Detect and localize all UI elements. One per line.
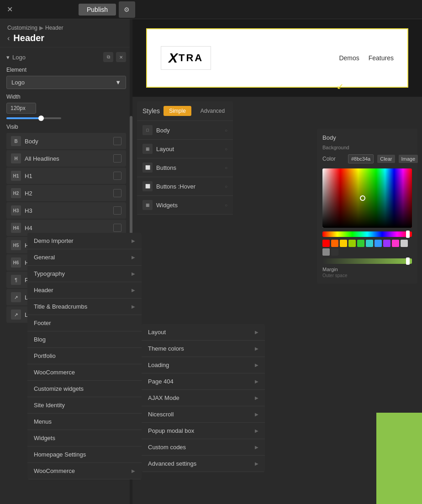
width-slider-thumb[interactable] — [38, 116, 44, 121]
dropdown-item-customize-widgets[interactable]: Customize widgets — [27, 381, 142, 397]
dropdown-item-blog[interactable]: Blog — [27, 331, 142, 348]
dropdown-item-footer[interactable]: Footer — [27, 315, 142, 331]
logo-close-button[interactable]: ✕ — [116, 52, 126, 62]
gradient-picker[interactable] — [322, 168, 412, 228]
back-arrow[interactable]: ‹ — [7, 34, 10, 42]
styles-tab-advanced[interactable]: Advanced — [195, 106, 230, 116]
dropdown-item-woocommerce[interactable]: WooCommerce — [27, 364, 142, 381]
color-swatch-5[interactable] — [366, 240, 373, 247]
dropdown-item-typography[interactable]: Typography ▶ — [27, 266, 142, 282]
typo-icon-h1: H1 — [11, 171, 21, 181]
typo-toggle-h4[interactable] — [113, 224, 121, 232]
dropdown-label-woocommerce: WooCommerce — [34, 467, 75, 474]
typo-toggle-h1[interactable] — [113, 172, 121, 180]
dropdown-item-general[interactable]: General ▶ — [27, 249, 142, 266]
color-cursor[interactable] — [360, 195, 365, 201]
close-button[interactable]: ✕ — [0, 0, 19, 19]
dropdown-item-menus[interactable]: Menus — [27, 414, 142, 430]
dropdown-item-portfolio[interactable]: Portfolio — [27, 348, 142, 364]
secondary-label-ajax-mode: AJAX Mode — [148, 394, 179, 401]
dropdown-item-header[interactable]: Header ▶ — [27, 282, 142, 299]
secondary-item-theme-colors[interactable]: Theme colors ▶ — [142, 341, 265, 357]
alpha-thumb[interactable] — [406, 257, 410, 265]
typo-item-h2[interactable]: H2 H2 — [6, 185, 126, 201]
typo-item-body[interactable]: B Body — [6, 133, 126, 149]
style-item-layout[interactable]: ▦ Layout ○ — [137, 140, 233, 158]
styles-tab-simple[interactable]: Simple — [164, 106, 191, 116]
styles-list: □ Body ○ ▦ Layout ○ ⬜ Buttons ○ ⬜ Button… — [137, 121, 233, 215]
secondary-item-loading[interactable]: Loading ▶ — [142, 357, 265, 373]
color-swatch-9[interactable] — [401, 240, 408, 247]
style-item-buttons[interactable]: ⬜ Buttons ○ — [137, 158, 233, 177]
secondary-arrow-ajax-mode: ▶ — [255, 395, 258, 400]
typo-name-h1: H1 — [25, 173, 32, 179]
dropdown-arrow-typography: ▶ — [132, 271, 135, 276]
alpha-slider[interactable] — [322, 258, 412, 264]
dropdown-label-header: Header — [34, 287, 53, 294]
secondary-dropdown: Layout ▶ Theme colors ▶ Loading ▶ Page 4… — [142, 324, 265, 472]
color-swatch-10[interactable] — [322, 248, 330, 256]
typo-toggle-h3[interactable] — [113, 206, 121, 215]
hue-thumb[interactable] — [406, 231, 410, 238]
typo-item-all-headlines[interactable]: H All Headlines — [6, 150, 126, 167]
clear-button[interactable]: Clear — [377, 155, 395, 163]
element-select[interactable]: Logo ▼ — [6, 76, 126, 89]
margin-label: Margin — [322, 267, 412, 272]
dropdown-arrow-demo-importer: ▶ — [132, 238, 135, 243]
sidebar-back: ‹ Header — [7, 33, 125, 43]
logo-tra: TRA — [179, 52, 203, 64]
color-swatch-2[interactable] — [340, 240, 347, 247]
color-hex-input[interactable]: #8bc34a — [348, 154, 374, 163]
typo-icon-h2: H2 — [11, 188, 21, 198]
style-name-widgets: Widgets — [156, 202, 178, 209]
dropdown-arrow-woocommerce: ▶ — [132, 468, 135, 473]
dropdown-item-demo-importer[interactable]: Demo Importer ▶ — [27, 233, 142, 249]
dropdown-item-site-identity[interactable]: Site Identity — [27, 397, 142, 414]
dropdown-item-homepage-settings[interactable]: Homepage Settings — [27, 446, 142, 463]
color-swatch-6[interactable] — [375, 240, 382, 247]
dropdown-item-woocommerce[interactable]: WooCommerce ▶ — [27, 463, 142, 479]
dropdown-item-title--breadcrumbs[interactable]: Title & Breadcrumbs ▶ — [27, 299, 142, 315]
style-item-body[interactable]: □ Body ○ — [137, 121, 233, 140]
style-expand-body: ○ — [225, 128, 227, 133]
publish-button[interactable]: Publish — [79, 4, 116, 16]
secondary-item-custom-codes[interactable]: Custom codes ▶ — [142, 439, 265, 456]
dropdown-item-widgets[interactable]: Widgets — [27, 430, 142, 446]
secondary-item-advanced-settings[interactable]: Advanced settings ▶ — [142, 456, 265, 472]
hue-slider[interactable] — [322, 231, 412, 237]
secondary-arrow-nicescroll: ▶ — [255, 412, 258, 417]
typo-toggle-body[interactable] — [113, 137, 121, 145]
secondary-arrow-theme-colors: ▶ — [255, 346, 258, 351]
logo-section-label: Logo — [12, 54, 26, 61]
typo-item-h3[interactable]: H3 H3 — [6, 202, 126, 219]
color-swatch-1[interactable] — [331, 240, 338, 247]
secondary-arrow-advanced-settings: ▶ — [255, 461, 258, 466]
color-swatch-8[interactable] — [392, 240, 399, 247]
secondary-item-popup-modal-box[interactable]: Popup modal box ▶ — [142, 423, 265, 439]
dropdown-arrow-header: ▶ — [132, 288, 135, 293]
color-swatch-4[interactable] — [357, 240, 364, 247]
typo-item-h1[interactable]: H1 H1 — [6, 168, 126, 184]
dropdown-label-customize-widgets: Customize widgets — [34, 385, 84, 392]
secondary-label-layout: Layout — [148, 329, 166, 336]
secondary-arrow-page-404: ▶ — [255, 379, 258, 384]
style-item-buttons-hover[interactable]: ⬜ Buttons :Hover ○ — [137, 177, 233, 196]
typo-toggle-all-headlines[interactable] — [113, 154, 121, 163]
color-swatch-0[interactable] — [322, 240, 330, 247]
width-input[interactable] — [6, 103, 36, 114]
color-swatch-7[interactable] — [383, 240, 390, 247]
secondary-item-page-404[interactable]: Page 404 ▶ — [142, 373, 265, 390]
secondary-item-ajax-mode[interactable]: AJAX Mode ▶ — [142, 390, 265, 406]
logo-copy-button[interactable]: ⧉ — [103, 52, 113, 62]
width-label: Width — [6, 94, 126, 100]
secondary-item-nicescroll[interactable]: Nicescroll ▶ — [142, 406, 265, 423]
color-swatch-11[interactable] — [331, 248, 338, 256]
color-swatch-3[interactable] — [348, 240, 356, 247]
secondary-item-layout[interactable]: Layout ▶ — [142, 324, 265, 341]
settings-gear-button[interactable]: ⚙ — [119, 1, 135, 18]
image-button[interactable]: Image — [399, 155, 418, 163]
green-accent-panel — [376, 413, 422, 504]
style-item-widgets[interactable]: ▦ Widgets ○ — [137, 196, 233, 215]
width-slider-fill — [6, 117, 39, 119]
typo-toggle-h2[interactable] — [113, 189, 121, 197]
